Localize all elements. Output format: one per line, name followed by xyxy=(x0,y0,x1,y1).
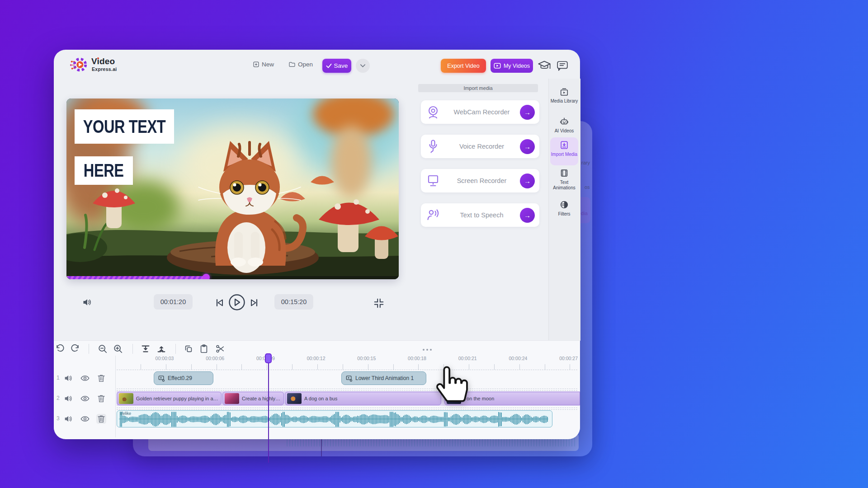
open-label: Open xyxy=(298,61,313,68)
graduation-cap-icon[interactable] xyxy=(538,60,551,72)
media-library-icon xyxy=(559,88,569,97)
skip-back-icon[interactable] xyxy=(214,298,225,308)
waveform-svg xyxy=(117,411,550,427)
brand-i-dot xyxy=(97,57,99,59)
timeline-panel-handle[interactable] xyxy=(423,349,425,351)
open-button[interactable]: Open xyxy=(288,61,313,68)
new-button[interactable]: New xyxy=(253,61,274,68)
sidebar-item-text-animations[interactable]: Text Animations xyxy=(548,168,580,191)
export-video-button[interactable]: Export Video xyxy=(441,59,486,73)
insert-down-icon[interactable] xyxy=(141,344,151,354)
ruler-tick xyxy=(494,364,495,370)
import-media-title-text: Import media xyxy=(463,85,492,91)
text-overlay-box[interactable]: HERE xyxy=(75,156,133,185)
open-folder-icon xyxy=(288,61,296,68)
current-time-value: 00:01:20 xyxy=(160,298,186,305)
ruler-label: 00:00:21 xyxy=(452,356,483,361)
track-1-controls: 1 xyxy=(54,373,115,383)
arrow-right-icon[interactable]: → xyxy=(520,174,535,188)
text-to-speech-label: Text to Speech xyxy=(443,211,520,219)
webcam-recorder-card[interactable]: WebCam Recorder → xyxy=(421,100,539,124)
lower-third-clip[interactable]: Lower Third Animation 1 xyxy=(341,371,426,385)
save-button[interactable]: Save xyxy=(322,59,351,73)
progress-fill xyxy=(66,276,206,279)
track-number: 3 xyxy=(57,415,60,422)
clip-thumbnail xyxy=(225,393,239,404)
text-to-speech-card[interactable]: Text to Speech → xyxy=(421,203,539,227)
ruler-label: 00:00:15 xyxy=(351,356,382,361)
delete-icon[interactable] xyxy=(96,373,106,383)
clip-thumbnail xyxy=(287,393,302,404)
chat-icon[interactable] xyxy=(557,61,568,71)
cut-icon[interactable] xyxy=(215,344,225,354)
my-videos-button[interactable]: My Videos xyxy=(491,59,533,73)
screen-recorder-label: Screen Recorder xyxy=(443,177,520,184)
toolbar-divider xyxy=(89,344,89,354)
arrow-right-icon[interactable]: → xyxy=(520,105,535,120)
delete-icon[interactable] xyxy=(96,394,106,404)
ruler-tick xyxy=(545,364,545,370)
sidebar-item-filters[interactable]: Filters xyxy=(548,200,580,217)
delete-icon[interactable] xyxy=(96,414,106,424)
video-preview[interactable]: YOUR TEXT HERE xyxy=(66,99,399,279)
audio-clip[interactable]: lifelike xyxy=(117,410,552,427)
progress-handle[interactable] xyxy=(203,274,210,279)
copy-icon[interactable] xyxy=(184,344,193,354)
ruler-label: 00:00:18 xyxy=(402,356,433,361)
video-clip[interactable]: A dog on a bus xyxy=(285,392,441,405)
sidebar-label: Text Animations xyxy=(548,180,580,191)
volume-icon[interactable] xyxy=(63,373,73,383)
skip-forward-icon[interactable] xyxy=(249,298,260,308)
visibility-icon[interactable] xyxy=(80,394,90,404)
import-media-panel-title: Import media xyxy=(418,84,538,92)
sidebar-item-ai-videos[interactable]: AI Videos xyxy=(548,117,580,134)
track-3-controls: 3 xyxy=(54,414,115,424)
current-time: 00:01:20 xyxy=(154,294,193,310)
effect-clip[interactable]: Effect0.29 xyxy=(154,371,213,385)
ruler-tick xyxy=(368,364,368,370)
undo-icon[interactable] xyxy=(55,344,65,354)
track-2-controls: 2 xyxy=(54,394,115,404)
visibility-icon[interactable] xyxy=(80,373,90,383)
video-clip[interactable]: Create a highly det... xyxy=(222,392,284,405)
import-media-icon xyxy=(559,140,569,150)
arrow-right-icon[interactable]: → xyxy=(520,208,535,223)
sidebar-label: Media Library xyxy=(548,99,580,104)
zoom-in-icon[interactable] xyxy=(113,344,123,354)
visibility-icon[interactable] xyxy=(80,414,90,424)
lift-up-icon[interactable] xyxy=(156,344,166,354)
redo-icon[interactable] xyxy=(70,344,80,354)
volume-icon[interactable] xyxy=(82,297,93,307)
screen-icon xyxy=(425,174,443,188)
clip-thumbnail xyxy=(119,393,133,404)
brand-suffix: Express.ai xyxy=(92,66,117,72)
track-row-separator xyxy=(117,409,577,410)
volume-icon[interactable] xyxy=(63,394,73,404)
my-videos-label: My Videos xyxy=(504,63,530,69)
minimize-icon[interactable] xyxy=(373,297,385,309)
sidebar-item-media-library[interactable]: Media Library xyxy=(548,88,580,104)
voice-recorder-label: Voice Recorder xyxy=(443,143,520,150)
ruler-tick xyxy=(241,364,242,370)
screen-recorder-card[interactable]: Screen Recorder → xyxy=(421,169,539,192)
ruler-tick xyxy=(166,364,166,370)
zoom-out-icon[interactable] xyxy=(98,344,108,354)
save-options-button[interactable] xyxy=(356,59,370,73)
video-progress-bar[interactable] xyxy=(66,276,399,279)
arrow-right-icon[interactable]: → xyxy=(520,139,535,154)
brand-name: Video xyxy=(91,56,115,66)
playhead-handle[interactable] xyxy=(265,353,272,363)
track-row-separator xyxy=(117,370,577,370)
sidebar-item-import-media[interactable]: Import Media xyxy=(548,140,580,157)
video-clip[interactable]: Golden retriever puppy playing in a sunn… xyxy=(117,392,222,405)
volume-icon[interactable] xyxy=(63,414,73,424)
ruler-label: 00:00:12 xyxy=(301,356,331,361)
paste-icon[interactable] xyxy=(199,344,209,354)
app-logo-icon xyxy=(69,56,88,75)
webcam-icon xyxy=(425,105,443,119)
play-icon[interactable] xyxy=(228,294,245,311)
voice-recorder-card[interactable]: Voice Recorder → xyxy=(421,135,539,158)
text-overlay-box[interactable]: YOUR TEXT xyxy=(75,109,174,144)
playhead-line[interactable] xyxy=(268,354,269,463)
toolbar-divider xyxy=(175,344,176,354)
